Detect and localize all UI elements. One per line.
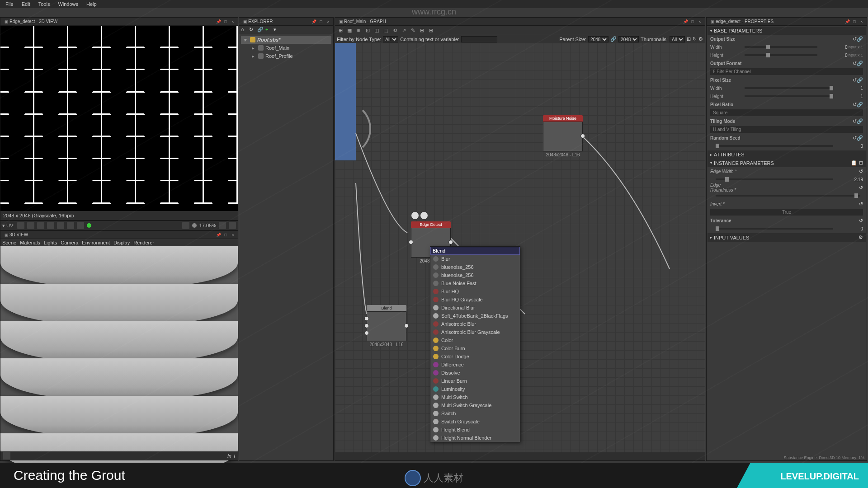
context-menu-item[interactable]: Switch [430, 409, 520, 418]
tool-icon[interactable]: ⊞ [427, 27, 434, 34]
link-icon[interactable]: 🔗 [857, 61, 863, 66]
restore-icon[interactable]: ▣ [709, 19, 716, 25]
reset-icon[interactable]: ↺ [853, 36, 857, 42]
tool-icon[interactable] [182, 222, 189, 229]
menu-windows[interactable]: Windows [54, 0, 82, 8]
tool-icon[interactable]: ≡ [355, 27, 362, 34]
filter-type-select[interactable]: All [383, 36, 398, 42]
tool-icon[interactable]: ▦ [346, 27, 353, 34]
context-menu-item[interactable]: Linear Burn [430, 377, 520, 385]
tool-icon[interactable]: ⊟ [418, 27, 425, 34]
menu-tools[interactable]: Tools [35, 0, 54, 8]
reset-icon[interactable]: ↺ [859, 218, 863, 224]
dropdown-icon[interactable]: ▾ [274, 27, 280, 33]
prop-value[interactable]: 2.19 [836, 177, 863, 182]
max-icon[interactable]: □ [851, 19, 858, 25]
output-port[interactable] [448, 240, 453, 244]
uv-label[interactable]: ▾ UV: [2, 223, 14, 229]
node-search-menu[interactable]: Blurbluenoise_256bluenoise_256Blue Noise… [430, 246, 520, 442]
reset-icon[interactable]: ↺ [859, 185, 863, 191]
link-icon[interactable]: 🔗 [257, 27, 264, 33]
context-menu-item[interactable]: bluenoise_256 [430, 271, 520, 279]
context-menu-item[interactable]: Blur HQ [430, 287, 520, 296]
reset-icon[interactable]: ↺ [853, 118, 857, 124]
reset-icon[interactable]: ↺ [859, 169, 863, 174]
invert-field[interactable]: True [710, 209, 863, 216]
link-icon[interactable]: 🔗 [857, 102, 863, 108]
tool-icon[interactable] [3, 452, 10, 460]
section-instance-params[interactable]: ▾INSTANCE PARAMETERS📋⊞ [708, 159, 866, 167]
refresh-icon[interactable]: ↻ [249, 27, 255, 33]
parent-size-select[interactable]: 2048 [588, 36, 609, 42]
prop-value[interactable]: 0 [836, 226, 863, 231]
pin-2d-icon[interactable] [411, 211, 419, 220]
edge-width-slider[interactable] [716, 178, 833, 180]
context-menu-item[interactable]: Color Dodge [430, 352, 520, 361]
menu-file[interactable]: File [2, 0, 17, 8]
menu-help[interactable]: Help [83, 0, 100, 8]
edge-round-slider[interactable] [716, 195, 860, 197]
input-port[interactable] [364, 316, 369, 321]
restore-icon[interactable]: ▣ [3, 232, 9, 238]
context-menu-item[interactable]: Difference [430, 361, 520, 369]
tree-root[interactable]: ▾ Roof.sbs* [241, 36, 331, 44]
reset-icon[interactable]: ↺ [859, 201, 863, 207]
pin-3d-icon[interactable] [420, 211, 428, 220]
px-height-slider[interactable] [745, 95, 833, 97]
gear-icon[interactable]: ⚙ [859, 235, 863, 240]
restore-icon[interactable]: ▣ [338, 19, 344, 25]
context-menu-item[interactable]: Multi Switch Grayscale [430, 401, 520, 409]
tool-icon[interactable]: ◫ [373, 27, 380, 34]
context-menu-item[interactable]: Dissolve [430, 369, 520, 377]
node-blend[interactable]: Blend 2048x2048 - L16 [367, 305, 406, 347]
output-format-field[interactable]: 8 Bits Per Channel [710, 68, 863, 75]
tool-icon[interactable] [37, 222, 44, 229]
contain-input[interactable] [461, 36, 497, 42]
tool-icon[interactable] [47, 222, 54, 229]
3d-sub-materials[interactable]: Materials [20, 240, 40, 245]
context-menu-item[interactable]: Color Burn [430, 344, 520, 352]
section-input-values[interactable]: ▸INPUT VALUES⚙ [708, 233, 866, 242]
reset-icon[interactable]: ↺ [853, 77, 857, 83]
link-icon[interactable]: 🔗 [857, 77, 863, 83]
chevron-right-icon[interactable]: ▸ [252, 45, 256, 51]
prop-value[interactable]: 0 [820, 53, 847, 58]
input-port[interactable] [364, 331, 369, 335]
pixel-ratio-field[interactable]: Square [710, 109, 863, 116]
info-icon[interactable]: fx [227, 453, 231, 459]
info-icon[interactable]: i [234, 453, 235, 459]
height-slider[interactable] [745, 54, 817, 56]
seed-slider[interactable] [716, 145, 833, 147]
close-icon[interactable]: × [230, 232, 236, 238]
chevron-right-icon[interactable]: ▸ [252, 53, 256, 59]
context-menu-item[interactable]: Blur [430, 255, 520, 263]
context-menu-item[interactable]: Blur HQ Grayscale [430, 296, 520, 304]
context-menu-item[interactable]: Soft_4TubeBank_2BlackFlags [430, 312, 520, 320]
prop-value[interactable]: 1 [836, 94, 863, 99]
link-icon[interactable]: 🔗 [857, 36, 863, 42]
context-menu-item[interactable]: Anisotropic Blur Grayscale [430, 328, 520, 336]
tool-icon[interactable] [27, 222, 34, 229]
pin-icon[interactable]: 📌 [682, 19, 689, 25]
home-icon[interactable]: ⌂ [241, 27, 247, 33]
3d-sub-environment[interactable]: Environment [82, 240, 110, 245]
close-icon[interactable]: × [325, 19, 331, 25]
context-menu-item[interactable]: Height Normal Blender [430, 434, 520, 442]
tree-item[interactable]: ▸ Roof_Profile [241, 52, 331, 60]
max-icon[interactable]: □ [222, 19, 229, 25]
tool-icon[interactable]: ⊞ [337, 27, 344, 34]
tool-icon[interactable] [67, 222, 74, 229]
reset-icon[interactable]: ↺ [853, 61, 857, 66]
pin-icon[interactable]: 📌 [311, 19, 317, 25]
prop-value[interactable]: 1 [836, 86, 863, 91]
reset-icon[interactable]: ↺ [853, 102, 857, 108]
tool-icon[interactable] [77, 222, 84, 229]
input-port[interactable] [364, 324, 369, 328]
pin-icon[interactable]: 📌 [215, 19, 222, 25]
context-menu-item[interactable]: bluenoise_256 [430, 263, 520, 271]
context-menu-item[interactable]: Multi Switch [430, 393, 520, 401]
tool-icon[interactable] [57, 222, 64, 229]
max-icon[interactable]: □ [318, 19, 324, 25]
tolerance-slider[interactable] [716, 228, 833, 230]
context-menu-item[interactable]: Switch Grayscale [430, 418, 520, 426]
